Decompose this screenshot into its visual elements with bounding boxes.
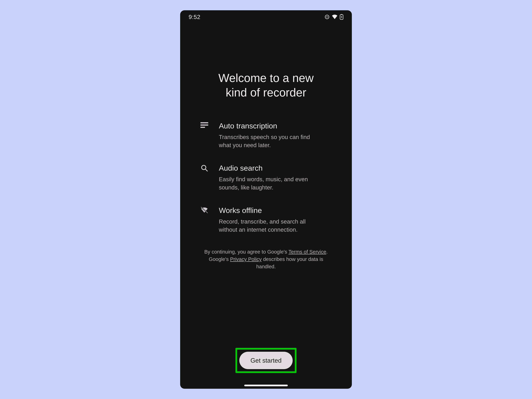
get-started-button[interactable]: Get started bbox=[239, 352, 293, 369]
page-title: Welcome to a new kind of recorder bbox=[199, 71, 332, 100]
feature-title: Audio search bbox=[219, 164, 332, 172]
gesture-nav-handle[interactable] bbox=[244, 385, 288, 386]
onboarding-content: Welcome to a new kind of recorder Auto t… bbox=[180, 71, 352, 270]
wifi-icon bbox=[332, 14, 338, 19]
feature-works-offline: Works offline Record, transcribe, and se… bbox=[199, 206, 332, 234]
feature-desc: Transcribes speech so you can find what … bbox=[219, 133, 323, 149]
title-line-2: kind of recorder bbox=[226, 86, 306, 99]
feature-desc: Easily find words, music, and even sound… bbox=[219, 175, 323, 191]
status-icons bbox=[324, 14, 343, 20]
terms-of-service-link[interactable]: Terms of Service bbox=[289, 249, 326, 255]
legal-text: By continuing, you agree to Google's Ter… bbox=[199, 248, 332, 270]
search-icon bbox=[199, 164, 209, 172]
battery-charging-icon bbox=[340, 14, 343, 20]
privacy-policy-link[interactable]: Privacy Policy bbox=[230, 256, 262, 262]
feature-auto-transcription: Auto transcription Transcribes speech so… bbox=[199, 121, 332, 149]
svg-rect-5 bbox=[201, 125, 208, 126]
title-line-1: Welcome to a new bbox=[218, 71, 314, 84]
svg-rect-6 bbox=[201, 127, 205, 128]
phone-screen: 9:52 We bbox=[180, 10, 352, 389]
status-bar: 9:52 bbox=[180, 10, 352, 24]
feature-title: Works offline bbox=[219, 206, 332, 215]
svg-rect-3 bbox=[341, 14, 342, 15]
status-time: 9:52 bbox=[189, 14, 200, 20]
transcription-notes-icon bbox=[199, 121, 209, 128]
svg-line-8 bbox=[205, 169, 207, 171]
svg-rect-4 bbox=[201, 122, 208, 123]
legal-pre: By continuing, you agree to Google's bbox=[204, 249, 289, 255]
wifi-off-icon bbox=[199, 206, 209, 213]
feature-audio-search: Audio search Easily find words, music, a… bbox=[199, 164, 332, 191]
legal-post: describes how your data is handled. bbox=[256, 256, 324, 269]
feature-title: Auto transcription bbox=[219, 121, 332, 130]
cta-highlight: Get started bbox=[235, 348, 297, 373]
do-not-disturb-icon bbox=[324, 14, 329, 19]
feature-desc: Record, transcribe, and search all witho… bbox=[219, 217, 323, 234]
